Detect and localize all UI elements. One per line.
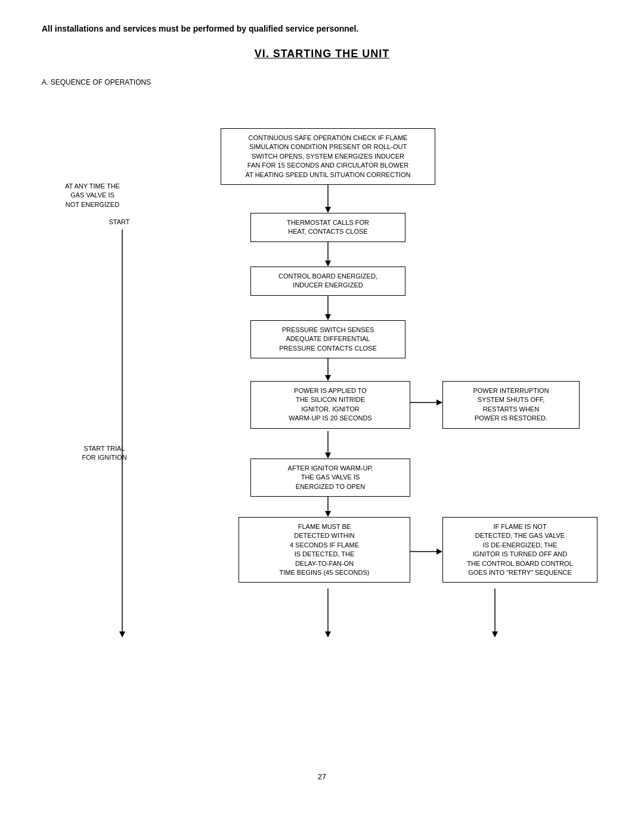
after-ignitor-box: AFTER IGNITOR WARM-UP,THE GAS VALVE ISEN… (250, 459, 410, 497)
section-label: A. SEQUENCE OF OPERATIONS (36, 78, 608, 86)
power-applied-box: POWER IS APPLIED TOTHE SILICON NITRIDEIG… (250, 381, 410, 429)
control-board-box: CONTROL BOARD ENERGIZED,INDUCER ENERGIZE… (250, 267, 405, 296)
pressure-switch-box: PRESSURE SWITCH SENSESADEQUATE DIFFERENT… (250, 320, 405, 358)
svg-marker-13 (325, 511, 331, 517)
svg-marker-9 (436, 400, 442, 405)
svg-marker-1 (325, 207, 331, 213)
start-text: START (101, 218, 137, 227)
thermostat-box: THERMOSTAT CALLS FORHEAT, CONTACTS CLOSE (250, 213, 405, 242)
diagram-container: AT ANY TIME THEGAS VALVE ISNOT ENERGIZED… (36, 98, 608, 754)
flame-must-box: FLAME MUST BEDETECTED WITHIN4 SECONDS IF… (239, 517, 410, 583)
svg-marker-5 (325, 314, 331, 320)
at-any-time-text: AT ANY TIME THEGAS VALVE ISNOT ENERGIZED (54, 182, 131, 209)
start-trial-text: START TRIALFOR IGNITION (72, 444, 137, 463)
continuous-box: CONTINUOUS SAFE OPERATION CHECK IF FLAME… (221, 128, 435, 185)
svg-marker-15 (436, 549, 442, 555)
svg-marker-20 (325, 631, 331, 637)
page-title: VI. STARTING THE UNIT (36, 48, 608, 60)
power-interruption-box: POWER INTERRUPTIONSYSTEM SHUTS OFF,RESTA… (442, 381, 580, 429)
svg-marker-11 (325, 453, 331, 459)
svg-marker-3 (325, 261, 331, 267)
svg-marker-17 (119, 631, 125, 637)
if-flame-not-box: IF FLAME IS NOTDETECTED, THE GAS VALVEIS… (442, 517, 597, 583)
page-number: 27 (36, 772, 608, 781)
svg-marker-22 (492, 631, 498, 637)
svg-marker-7 (325, 375, 331, 381)
warning-text: All installations and services must be p… (36, 24, 608, 33)
